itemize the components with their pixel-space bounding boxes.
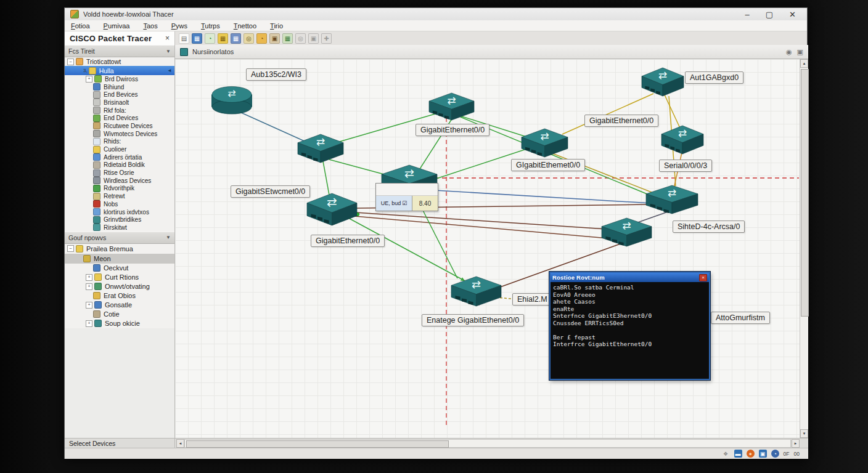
sidebar-item-ricutwee-devices[interactable]: Ricutwee Devices — [65, 122, 174, 130]
scroll-up-icon[interactable]: ▴ — [800, 59, 808, 68]
zoom-mode-label[interactable]: 0F — [784, 450, 790, 458]
sidebar-item-rkf-fola-[interactable]: Rkf fola: — [65, 107, 174, 115]
title-bar[interactable]: Voldd hoewbr-lowxloai Thacer – ▢ ✕ — [65, 8, 807, 21]
sidebar-item-brd-dwiross[interactable]: +Brd Dwiross — [65, 75, 174, 83]
sim-toggle-icon[interactable]: ◉ — [786, 48, 792, 56]
terminal-close-icon[interactable]: × — [699, 274, 707, 281]
clover-icon[interactable]: ❖ — [722, 450, 730, 458]
sidebar-item-prailea-bremua[interactable]: –Prailea Bremua — [65, 244, 174, 254]
network-link[interactable] — [562, 94, 653, 134]
switch-4[interactable]: ⇄ — [642, 68, 684, 96]
interface-label[interactable]: GigabitSEtwcmet0/0 — [231, 185, 310, 198]
filter-arrow-icon[interactable]: ▼ — [166, 235, 171, 240]
sidebar-item-gonsatle[interactable]: +Gonsatle — [65, 301, 174, 310]
sidebar-item-meon[interactable]: Meon — [65, 254, 174, 264]
sidebar-item-end-devices[interactable]: End Devices — [65, 114, 174, 122]
switch-10[interactable]: ⇄ — [451, 277, 501, 306]
sidebar-item-rirskitwt[interactable]: Rirskitwt — [65, 224, 174, 232]
terminal-title-bar[interactable]: Rostioe Rovt:num × — [551, 273, 709, 282]
minimize-button[interactable]: – — [745, 10, 750, 18]
expand-icon[interactable]: + — [86, 76, 92, 83]
maximize-button[interactable]: ▢ — [766, 10, 773, 18]
menu-item-tnettoo[interactable]: Tnettoo — [234, 22, 256, 30]
interface-label[interactable]: AttoGmurfistm — [711, 312, 770, 324]
collapse-icon[interactable]: – — [67, 245, 74, 252]
menu-item-tutrps[interactable]: Tutrps — [201, 22, 220, 30]
expand-icon[interactable]: + — [86, 320, 92, 327]
switch-2[interactable]: ⇄ — [429, 93, 474, 120]
sidebar-item-nobs[interactable]: Nobs — [65, 200, 174, 208]
switch-9[interactable]: ⇄ — [602, 218, 652, 246]
switch-3[interactable]: ⇄ — [522, 129, 568, 157]
globe-icon[interactable]: ◔ — [205, 33, 215, 44]
interface-label[interactable]: GIgabitEthemet0/0 — [511, 159, 585, 171]
scroll-down-icon[interactable]: ▾ — [800, 429, 808, 438]
sidebar-item-brisinaolt[interactable]: Brisinaolt — [65, 99, 174, 107]
interface-label[interactable]: Serial0/0/0/3 — [659, 160, 712, 172]
sidebar-item-onwvt-otvating[interactable]: +Onwvt/otvating — [65, 282, 174, 291]
expand-icon[interactable]: + — [86, 283, 92, 290]
scroll-left-icon[interactable]: ◂ — [176, 439, 184, 448]
palette-icon[interactable]: ◔ — [256, 33, 267, 44]
interface-label[interactable]: Aut1GABgxd0 — [685, 71, 743, 84]
sidebar-item-cuolioer[interactable]: Cuolioer — [65, 145, 174, 153]
drag-disabled-icon[interactable]: ✚ — [321, 33, 332, 44]
switch-8[interactable]: ⇄ — [646, 185, 698, 214]
network-link[interactable] — [354, 216, 615, 239]
menu-item-pumivaa[interactable]: Pumivaa — [104, 22, 130, 30]
sidebar-item-rdvorithpik[interactable]: Rdvorithpik — [65, 185, 174, 193]
sidebar-item-wirdleas-devices[interactable]: Wirdleas Devices — [65, 177, 174, 185]
network-link[interactable] — [356, 212, 607, 229]
grid-yellow-icon[interactable]: ▦ — [218, 33, 228, 44]
sidebar-item-retrewt[interactable]: Retrewt — [65, 192, 174, 200]
tab-close-icon[interactable]: × — [165, 34, 170, 42]
switch-7[interactable]: ⇄ — [307, 193, 357, 225]
sidebar-item-klortirus-ixdvtxos[interactable]: klortirus ixdvtxos — [65, 208, 174, 216]
scroll-right-icon[interactable]: ▸ — [792, 439, 800, 448]
popup-port-cell[interactable]: UE, bud ☑ — [376, 196, 412, 211]
switch-5[interactable]: ⇄ — [661, 126, 703, 154]
sidebar-item-rhids-[interactable]: Rhids: — [65, 138, 174, 146]
router-terminal-window[interactable]: Rostioe Rovt:num × caBRl.So satba Cermin… — [549, 272, 710, 380]
menu-item-pyws[interactable]: Pyws — [171, 22, 187, 30]
network-link[interactable] — [350, 219, 465, 281]
window-icon[interactable]: ▣ — [759, 450, 767, 458]
interface-label[interactable]: Ehial2.M — [512, 293, 552, 305]
open-image-icon[interactable]: ▦ — [192, 33, 202, 44]
sidebar-section1-header[interactable]: Fcs Tireit ▼ — [65, 45, 174, 57]
power-icon[interactable]: ● — [747, 450, 755, 458]
menu-item-fotioa[interactable]: Fotioa — [71, 22, 90, 30]
horizontal-scroll-thumb[interactable] — [186, 440, 449, 448]
snapshot-frame-icon[interactable]: ▣ — [797, 48, 803, 56]
sidebar-item-adirers-rtatia[interactable]: Adirers örtatia — [65, 153, 174, 161]
sidebar-item-curt-rtions[interactable]: +Curt Rtions — [65, 273, 174, 282]
tab-cisco-packet-tracer[interactable]: CISCO Packet Tracer × — [65, 31, 175, 45]
interface-label[interactable]: GigabitEthernet0/0 — [416, 124, 489, 136]
note-search-icon[interactable]: ◎ — [244, 33, 254, 44]
clipboard-icon[interactable]: ▣ — [269, 33, 280, 44]
popup-value-cell[interactable]: 8.40 — [412, 196, 438, 211]
sidebar-item-trioticattowt[interactable]: –Trioticattowt — [65, 57, 174, 66]
sidebar-item-soup-okicie[interactable]: +Soup okicie — [65, 319, 174, 328]
display-icon[interactable]: ▬ — [734, 450, 742, 458]
terminal-output[interactable]: caBRl.So satba CerminalEovA0 Areeeoahete… — [551, 282, 709, 350]
sidebar-item-oeckvut[interactable]: Oeckvut — [65, 264, 174, 273]
network-link[interactable] — [323, 161, 330, 198]
expand-icon[interactable]: + — [86, 274, 92, 281]
globe-blue-icon[interactable]: ◔ — [771, 450, 779, 458]
sidebar-item-hulla[interactable]: 3,Hulla◄ — [65, 66, 174, 75]
menu-item-tirio[interactable]: Tirio — [270, 22, 283, 30]
router-0[interactable]: ⇄ — [211, 86, 252, 115]
collapse-icon[interactable]: – — [67, 59, 74, 65]
interface-label[interactable]: Enatege GigabitEthenet0/0 — [422, 314, 524, 326]
vertical-scroll-thumb[interactable] — [801, 69, 809, 317]
interface-label[interactable]: Aub135c2/WI3 — [246, 68, 306, 81]
interface-label[interactable]: GigabitEthernet0/0 — [311, 235, 385, 247]
close-button[interactable]: ✕ — [789, 10, 796, 18]
filter-arrow-icon[interactable]: ▼ — [166, 49, 171, 54]
link-tooltip-popup[interactable]: UE, bud ☑ 8.40 — [375, 183, 438, 211]
expand-icon[interactable]: + — [86, 302, 92, 309]
grid-blue-icon[interactable]: ▦ — [231, 33, 241, 44]
interface-label[interactable]: GigabitEthernet0/0 — [584, 115, 658, 127]
sidebar-item-erat-obios[interactable]: Erat Obios — [65, 291, 174, 301]
